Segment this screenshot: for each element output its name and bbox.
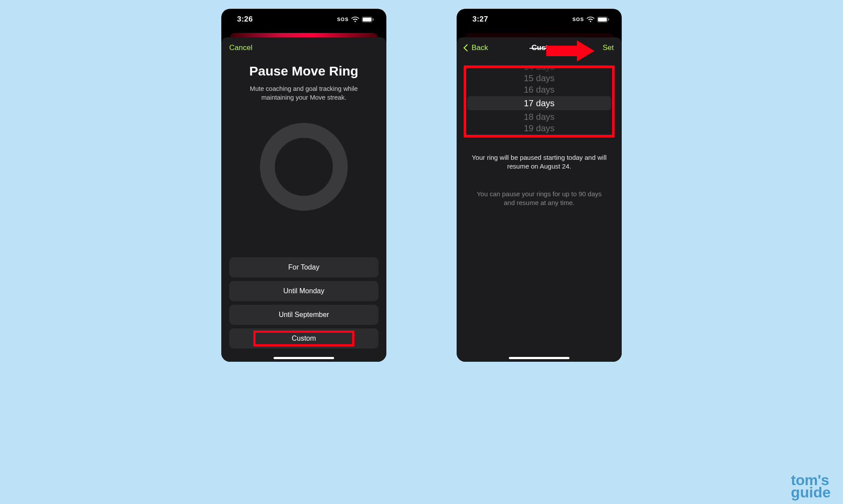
picker-row[interactable]: 18 days [466, 111, 612, 122]
pause-sheet: Cancel Pause Move Ring Mute coaching and… [221, 37, 386, 362]
svg-rect-4 [598, 18, 607, 22]
home-indicator[interactable] [274, 357, 334, 359]
move-ring-graphic [221, 123, 386, 211]
phone-custom-picker: 3:27 SOS Back Custom Set [457, 9, 622, 362]
sos-indicator: SOS [337, 17, 349, 22]
picker-row[interactable]: 20 days [466, 134, 612, 137]
picker-row[interactable]: 16 days [466, 84, 612, 95]
battery-icon [597, 17, 609, 22]
page-title: Pause Move Ring [234, 64, 374, 79]
screenshots-row: 3:26 SOS Cancel Pause Move Ring Mute coa… [221, 9, 622, 362]
status-right: SOS [573, 17, 609, 22]
home-indicator[interactable] [509, 357, 569, 359]
title-block: Pause Move Ring Mute coaching and goal t… [221, 58, 386, 102]
option-until-september[interactable]: Until September [229, 305, 378, 325]
page-subtitle: Mute coaching and goal tracking while ma… [234, 85, 374, 102]
status-time: 3:27 [472, 15, 488, 24]
ring-icon [260, 123, 348, 211]
picker-row[interactable]: 15 days [466, 72, 612, 84]
picker-row-selected[interactable]: 17 days [467, 96, 611, 110]
svg-rect-1 [363, 18, 371, 22]
back-label: Back [472, 43, 488, 52]
option-custom[interactable]: Custom [229, 328, 378, 349]
option-for-today[interactable]: For Today [229, 257, 378, 277]
pause-limit-info: You can pause your rings for up to 90 da… [457, 190, 622, 208]
svg-rect-2 [373, 18, 374, 21]
nav-title: Custom [531, 43, 559, 52]
cancel-button[interactable]: Cancel [229, 43, 252, 52]
phone-pause-move-ring: 3:26 SOS Cancel Pause Move Ring Mute coa… [221, 9, 386, 362]
picker-row[interactable]: 19 days [466, 122, 612, 134]
chevron-left-icon [464, 44, 471, 52]
picker-row[interactable]: 14 days [466, 65, 612, 72]
status-bar: 3:27 SOS [457, 9, 622, 30]
svg-rect-5 [608, 18, 609, 21]
sheet-nav: Back Custom Set [457, 37, 622, 58]
pause-options: For Today Until Monday Until September C… [229, 257, 378, 349]
custom-sheet: Back Custom Set 14 days 15 days 16 days … [457, 37, 622, 362]
wifi-icon [587, 17, 594, 22]
sheet-nav: Cancel [221, 37, 386, 58]
status-time: 3:26 [237, 15, 253, 24]
battery-icon [362, 17, 374, 22]
option-until-monday[interactable]: Until Monday [229, 281, 378, 301]
watermark-logo: tom's guide [791, 474, 831, 499]
sos-indicator: SOS [573, 17, 584, 22]
back-button[interactable]: Back [465, 43, 488, 52]
set-button[interactable]: Set [602, 43, 614, 52]
pause-info: Your ring will be paused starting today … [457, 153, 622, 171]
days-picker[interactable]: 14 days 15 days 16 days 17 days 18 days … [464, 65, 615, 137]
wifi-icon [351, 17, 359, 22]
watermark-line2: guide [791, 486, 831, 499]
status-bar: 3:26 SOS [221, 9, 386, 30]
status-right: SOS [337, 17, 374, 22]
